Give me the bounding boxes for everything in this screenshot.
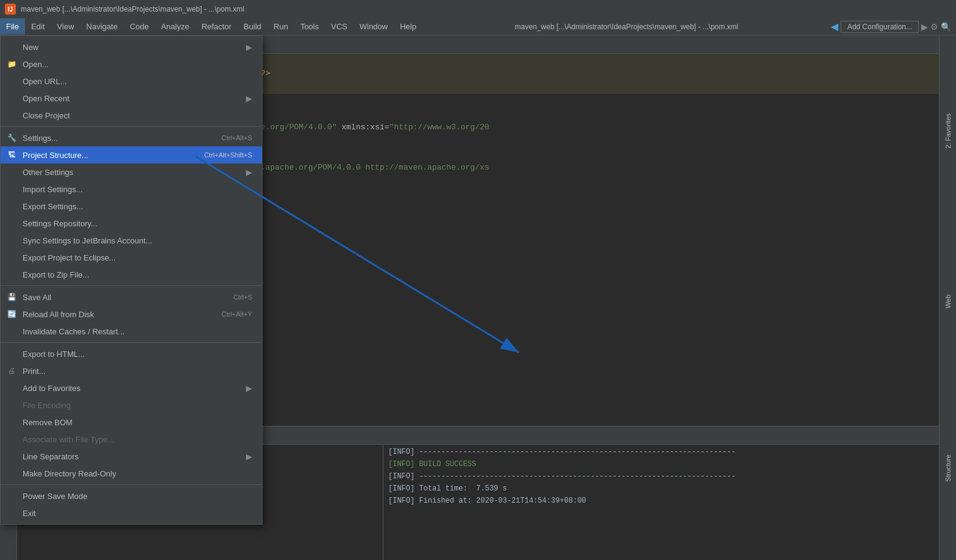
right-sidebar: 2: Favorites Web Structure [939,35,956,560]
arrow-icon: ▶ [246,43,252,52]
read-only-icon [7,468,16,478]
menu-build[interactable]: Build [237,18,267,35]
menu-item-other-settings[interactable]: Other Settings ▶ [1,163,262,181]
import-icon [7,184,16,194]
menu-item-open[interactable]: 📁 Open... [1,56,262,73]
favorites-icon [7,383,16,393]
save-icon: 💾 [7,292,16,302]
log-line-2: [INFO] BUILD SUCCESS [388,458,934,470]
arrow-icon: ▶ [246,452,252,461]
menu-item-new[interactable]: New ▶ [1,38,262,56]
menu-item-file-encoding: File Encoding [1,397,262,414]
menu-item-open-url[interactable]: Open URL... [1,73,262,90]
settings-wrench-icon: 🔧 [7,133,16,143]
separator-2 [1,285,262,286]
log-line-4: [INFO] Total time: 7.539 s [388,483,934,495]
favorites-panel-label[interactable]: 2: Favorites [942,109,954,153]
arrow-icon: ▶ [246,94,252,103]
log-line-1: [INFO] ---------------------------------… [388,446,934,458]
run-icon[interactable]: ▶ [921,22,928,32]
menu-item-export-zip[interactable]: Export to Zip File... [1,266,262,283]
menu-item-open-recent[interactable]: Open Recent ▶ [1,90,262,107]
menu-item-remove-bom[interactable]: Remove BOM [1,414,262,431]
separator-1 [1,126,262,127]
search-icon[interactable]: 🔍 [941,22,951,32]
back-arrow-icon: ◀ [831,21,838,32]
menu-item-associate-file-type: Associate with File Type... [1,431,262,448]
app-icon: IJ [5,4,16,15]
power-save-icon [7,491,16,501]
arrow-icon: ▶ [246,384,252,393]
close-icon [7,110,16,120]
arrow-icon: ▶ [246,168,252,177]
menu-item-settings[interactable]: 🔧 Settings... Ctrl+Alt+S [1,129,262,146]
menu-item-save-all[interactable]: 💾 Save All Ctrl+S [1,289,262,306]
menu-item-power-save[interactable]: Power Save Mode [1,487,262,504]
sync-icon [7,235,16,245]
menu-tools[interactable]: Tools [294,18,325,35]
file-dropdown-menu: New ▶ 📁 Open... Open URL... Open Recent … [0,35,263,525]
menu-item-close-project[interactable]: Close Project [1,107,262,124]
title-bar: IJ maven_web [...\Administrator\IdeaProj… [0,0,956,18]
zip-icon [7,270,16,279]
menu-file[interactable]: File [0,18,25,35]
menu-item-export-settings[interactable]: Export Settings... [1,198,262,215]
log-line-5: [INFO] Finished at: 2020-03-21T14:54:39+… [388,495,934,507]
menu-item-project-structure[interactable]: 🏗 Project Structure... Ctrl+Alt+Shift+S [1,146,262,163]
menu-bar: File Edit View Navigate Code Analyze Ref… [0,18,956,35]
menu-analyze[interactable]: Analyze [155,18,195,35]
menu-view[interactable]: View [51,18,80,35]
menu-vcs[interactable]: VCS [325,18,353,35]
menu-navigate[interactable]: Navigate [80,18,123,35]
menu-item-reload[interactable]: 🔄 Reload All from Disk Ctrl+Alt+Y [1,306,262,323]
menu-item-import-settings[interactable]: Import Settings... [1,181,262,198]
file-type-icon [7,434,16,444]
export-settings-icon [7,201,16,211]
remove-bom-icon [7,417,16,427]
log-line-3: [INFO] ---------------------------------… [388,470,934,483]
menu-edit[interactable]: Edit [25,18,51,35]
separator-4 [1,484,262,485]
add-configuration-button[interactable]: Add Configuration... [841,21,919,33]
invalidate-icon [7,326,16,336]
open-url-icon [7,76,16,86]
exit-icon [7,508,16,518]
repo-icon [7,218,16,228]
settings-icon[interactable]: ⚙ [930,22,938,32]
menu-help[interactable]: Help [394,18,422,35]
window-title: maven_web [...\Administrator\IdeaProject… [422,18,831,35]
encoding-icon [7,400,16,410]
recent-icon [7,93,16,103]
title-text: maven_web [...\Administrator\IdeaProject… [21,5,244,13]
menu-item-exit[interactable]: Exit [1,504,262,522]
menu-item-make-read-only[interactable]: Make Directory Read-Only [1,465,262,482]
run-log-output: [INFO] ---------------------------------… [383,445,939,560]
web-panel-label[interactable]: Web [942,290,954,313]
html-icon [7,349,16,359]
menu-item-add-favorites[interactable]: Add to Favorites ▶ [1,379,262,397]
menu-item-sync-jetbrains[interactable]: Sync Settings to JetBrains Account... [1,232,262,249]
menu-item-line-separators[interactable]: Line Separators ▶ [1,448,262,465]
separator-3 [1,342,262,343]
menu-run[interactable]: Run [267,18,294,35]
menu-code[interactable]: Code [124,18,155,35]
eclipse-icon [7,253,16,262]
folder-icon: 📁 [7,59,16,69]
menu-refactor[interactable]: Refactor [195,18,237,35]
menu-item-export-eclipse[interactable]: Export Project to Eclipse... [1,249,262,266]
menu-window[interactable]: Window [353,18,394,35]
project-structure-icon: 🏗 [7,150,16,160]
line-sep-icon [7,451,16,461]
menu-item-invalidate-caches[interactable]: Invalidate Caches / Restart... [1,323,262,340]
print-icon: 🖨 [7,366,16,376]
menu-item-print[interactable]: 🖨 Print... [1,362,262,379]
menu-item-export-html[interactable]: Export to HTML... [1,345,262,362]
other-settings-icon [7,167,16,177]
structure-panel-label[interactable]: Structure [942,450,954,487]
new-icon [7,42,16,52]
reload-icon: 🔄 [7,309,16,319]
menu-item-settings-repo[interactable]: Settings Repository... [1,215,262,232]
